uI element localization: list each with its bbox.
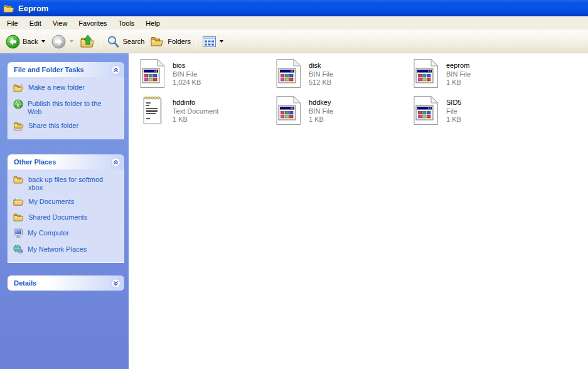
file-size: 1 KB xyxy=(446,115,461,124)
place-my-network-places[interactable]: My Network Places xyxy=(13,245,120,256)
toolbar: Back xyxy=(0,30,588,53)
file-name: hddkey xyxy=(309,99,333,107)
file-type: Text Document xyxy=(173,107,218,116)
panel-details: Details xyxy=(8,275,124,291)
file-type: File xyxy=(446,107,461,116)
place-label: My Documents xyxy=(28,198,74,208)
panel-header-details[interactable]: Details xyxy=(8,275,124,291)
place-label: Shared Documents xyxy=(28,213,87,223)
menu-file[interactable]: File xyxy=(1,18,24,29)
file-size: 1,024 KB xyxy=(173,78,201,87)
files-area[interactable]: bios BIN File 1,024 KB xyxy=(129,53,588,369)
bin-file-icon xyxy=(274,58,302,88)
folder-icon xyxy=(13,175,24,192)
forward-button[interactable] xyxy=(48,33,77,50)
folders-button[interactable]: Folders xyxy=(147,35,194,48)
task-label: Share this folder xyxy=(28,122,78,132)
menu-view[interactable]: View xyxy=(47,18,73,29)
file-size: 512 KB xyxy=(309,78,333,87)
place-shared-documents[interactable]: Shared Documents xyxy=(13,213,120,223)
publish-web-icon xyxy=(13,99,23,116)
back-icon xyxy=(6,35,20,49)
file-tile-sid5[interactable]: SID5 File 1 KB xyxy=(412,95,461,126)
chevron-down-icon[interactable] xyxy=(111,279,120,288)
file-tile-bios[interactable]: bios BIN File 1,024 KB xyxy=(138,58,201,88)
file-tile-hddinfo[interactable]: hddinfo Text Document 1 KB xyxy=(138,95,218,126)
menu-help[interactable]: Help xyxy=(140,18,166,29)
file-size: 1 KB xyxy=(309,115,333,124)
network-places-icon xyxy=(13,245,23,256)
file-type: BIN File xyxy=(309,70,333,79)
bin-file-icon xyxy=(274,95,302,126)
toolbar-separator xyxy=(196,33,197,50)
menu-favorites[interactable]: Favorites xyxy=(73,18,112,29)
my-computer-icon xyxy=(13,228,23,240)
menu-bar: File Edit View Favorites Tools Help xyxy=(0,16,588,30)
task-make-new-folder[interactable]: Make a new folder xyxy=(13,83,120,94)
place-backup-files[interactable]: back up files for softmod xbox xyxy=(13,176,120,192)
toolbar-separator xyxy=(100,33,101,50)
place-label: back up files for softmod xbox xyxy=(28,176,117,192)
file-name: hddinfo xyxy=(173,99,218,107)
title-bar[interactable]: Eeprom xyxy=(0,0,588,16)
panel-body: Make a new folder Publish this folder to… xyxy=(8,77,124,139)
bin-file-icon xyxy=(138,58,166,88)
chevron-up-icon[interactable] xyxy=(111,158,120,167)
file-tile-hddkey[interactable]: hddkey BIN File 1 KB xyxy=(274,95,333,126)
panel-header-other-places[interactable]: Other Places xyxy=(8,154,124,169)
panel-title: Details xyxy=(14,279,36,287)
search-label: Search xyxy=(122,38,144,45)
back-label: Back xyxy=(23,38,38,45)
folders-icon xyxy=(151,36,165,47)
bin-file-icon xyxy=(412,95,440,126)
text-file-icon xyxy=(138,95,166,126)
share-folder-icon xyxy=(13,121,24,132)
panel-title: File and Folder Tasks xyxy=(14,66,84,73)
back-dropdown-icon[interactable] xyxy=(41,40,45,43)
folder-window-icon xyxy=(3,4,14,13)
up-button[interactable] xyxy=(77,33,98,50)
task-label: Make a new folder xyxy=(28,83,85,94)
file-name: disk xyxy=(309,62,333,70)
menu-tools[interactable]: Tools xyxy=(113,18,141,29)
views-dropdown-icon[interactable] xyxy=(220,40,223,43)
task-pane-sidebar: File and Folder Tasks xyxy=(0,53,129,369)
file-name: eeprom xyxy=(446,62,471,70)
panel-title: Other Places xyxy=(14,158,56,166)
chevron-up-icon[interactable] xyxy=(111,65,120,75)
content-area: File and Folder Tasks xyxy=(0,53,588,369)
forward-dropdown-icon xyxy=(70,40,73,43)
file-tile-disk[interactable]: disk BIN File 512 KB xyxy=(274,58,333,88)
panel-header-file-and-folder-tasks[interactable]: File and Folder Tasks xyxy=(8,62,124,77)
place-my-documents[interactable]: My Documents xyxy=(13,198,120,208)
folders-label: Folders xyxy=(168,38,191,45)
search-button[interactable]: Search xyxy=(104,34,147,50)
new-folder-icon xyxy=(13,83,24,94)
forward-icon xyxy=(51,35,66,49)
views-button[interactable] xyxy=(200,35,227,48)
place-my-computer[interactable]: My Computer xyxy=(13,229,120,240)
file-name: SID5 xyxy=(446,99,461,107)
file-tile-eeprom[interactable]: eeprom BIN File 1 KB xyxy=(412,58,471,88)
file-size: 1 KB xyxy=(173,115,218,124)
task-share-folder[interactable]: Share this folder xyxy=(13,122,120,132)
task-label: Publish this folder to the Web xyxy=(28,100,117,116)
task-publish-to-web[interactable]: Publish this folder to the Web xyxy=(13,100,120,116)
place-label: My Network Places xyxy=(28,245,87,256)
window-title: Eeprom xyxy=(18,4,48,13)
file-type: BIN File xyxy=(446,70,471,79)
back-button[interactable]: Back xyxy=(3,33,48,50)
file-type: BIN File xyxy=(173,70,201,79)
file-name: bios xyxy=(173,62,201,70)
views-icon xyxy=(203,36,216,47)
explorer-window: Eeprom File Edit View Favorites Tools He… xyxy=(0,0,588,369)
panel-body: back up files for softmod xbox xyxy=(8,169,124,263)
panel-other-places: Other Places xyxy=(8,154,124,263)
place-label: My Computer xyxy=(28,229,69,240)
folder-up-icon xyxy=(80,35,95,48)
shared-documents-icon xyxy=(13,213,24,223)
bin-file-icon xyxy=(412,58,440,88)
file-type: BIN File xyxy=(309,107,333,116)
menu-edit[interactable]: Edit xyxy=(24,18,47,29)
file-size: 1 KB xyxy=(446,78,471,87)
